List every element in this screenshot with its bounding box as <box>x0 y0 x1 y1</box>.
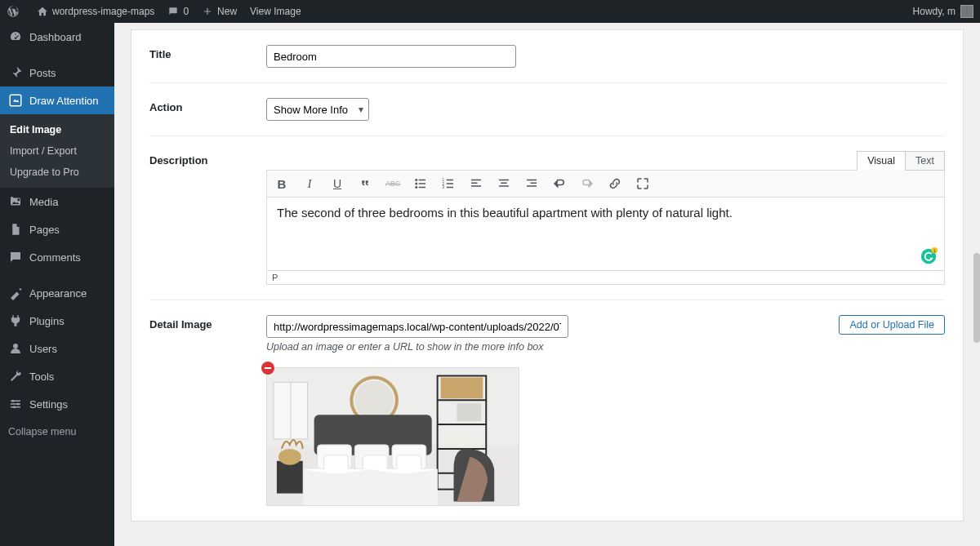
link-button[interactable] <box>605 174 625 193</box>
detail-image-url-input[interactable] <box>266 315 568 338</box>
view-image-link[interactable]: View Image <box>243 0 307 23</box>
svg-point-1 <box>17 198 20 201</box>
svg-rect-26 <box>501 183 507 184</box>
bold-button[interactable]: B <box>272 174 292 193</box>
redo-button[interactable] <box>577 174 597 193</box>
content-area: Title Action Show More Info Description … <box>114 23 980 546</box>
submenu-edit-image[interactable]: Edit Image <box>0 119 114 140</box>
menu-appearance-label: Appearance <box>29 287 87 300</box>
svg-point-40 <box>354 380 394 419</box>
editor-content: The second of three bedrooms in this bea… <box>277 206 733 220</box>
detail-image-hint: Upload an image or enter a URL to show i… <box>266 341 945 353</box>
new-link[interactable]: New <box>195 0 243 23</box>
svg-rect-46 <box>441 377 483 398</box>
menu-comments-label: Comments <box>29 251 81 264</box>
draw-attention-icon <box>8 93 23 108</box>
action-select[interactable]: Show More Info <box>266 98 369 121</box>
svg-point-10 <box>415 179 417 181</box>
plugins-icon <box>8 313 23 328</box>
menu-tools[interactable]: Tools <box>0 362 114 390</box>
align-left-button[interactable] <box>466 174 486 193</box>
comment-icon <box>167 6 179 17</box>
grammarly-icon[interactable]: 1 <box>920 247 938 265</box>
submenu-draw-attention: Edit Image Import / Export Upgrade to Pr… <box>0 114 114 188</box>
avatar-icon <box>960 5 973 18</box>
view-image-label: View Image <box>250 6 301 17</box>
detail-image-preview-wrap <box>266 367 519 506</box>
title-input[interactable] <box>266 45 516 68</box>
comments-icon <box>8 250 23 264</box>
menu-comments[interactable]: Comments <box>0 243 114 271</box>
menu-pages-label: Pages <box>29 224 60 236</box>
menu-plugins-label: Plugins <box>29 315 65 327</box>
site-name-text: wordpress-image-maps <box>52 6 154 17</box>
menu-appearance[interactable]: Appearance <box>0 279 114 307</box>
fullscreen-button[interactable] <box>633 174 653 193</box>
underline-button[interactable]: U <box>327 174 347 193</box>
svg-rect-24 <box>471 185 481 187</box>
editor-status-bar: P <box>266 271 945 285</box>
align-center-button[interactable] <box>494 174 514 193</box>
submenu-upgrade[interactable]: Upgrade to Pro <box>0 162 114 183</box>
remove-image-button[interactable] <box>261 362 274 375</box>
pages-icon <box>8 222 23 237</box>
field-action: Action Show More Info <box>149 83 945 136</box>
appearance-icon <box>8 286 23 300</box>
field-description: Description Visual Text B I U ABC 123 <box>149 136 945 300</box>
svg-rect-28 <box>527 180 537 181</box>
site-name-link[interactable]: wordpress-image-maps <box>30 0 161 23</box>
menu-draw-attention[interactable]: Draw Attention <box>0 87 114 114</box>
numbered-list-button[interactable]: 123 <box>439 174 458 193</box>
title-label: Title <box>149 45 266 68</box>
comments-count: 0 <box>183 6 189 17</box>
tools-icon <box>8 369 23 384</box>
menu-posts[interactable]: Posts <box>0 59 114 87</box>
svg-rect-17 <box>447 180 453 181</box>
admin-bar-left: wordpress-image-maps 0 New View Image <box>0 0 308 23</box>
svg-rect-21 <box>447 187 453 189</box>
detail-image-label: Detail Image <box>149 315 266 506</box>
wp-logo[interactable] <box>0 0 30 23</box>
undo-button[interactable] <box>550 174 569 193</box>
menu-media[interactable]: Media <box>0 188 114 215</box>
svg-rect-13 <box>419 183 425 184</box>
menu-dashboard[interactable]: Dashboard <box>0 23 114 51</box>
svg-rect-47 <box>457 403 481 421</box>
svg-rect-27 <box>499 185 509 187</box>
svg-point-8 <box>13 406 16 408</box>
description-label: Description <box>149 151 266 285</box>
strikethrough-button[interactable]: ABC <box>383 174 403 193</box>
home-icon <box>37 6 48 17</box>
editor-body[interactable]: The second of three bedrooms in this bea… <box>266 198 945 271</box>
comments-link[interactable]: 0 <box>161 0 195 23</box>
detail-image-preview[interactable] <box>266 367 519 506</box>
scrollbar-thumb[interactable] <box>973 253 980 343</box>
submenu-import-export[interactable]: Import / Export <box>0 140 114 162</box>
collapse-label: Collapse menu <box>8 426 76 437</box>
svg-text:3: 3 <box>443 185 445 189</box>
collapse-menu[interactable]: Collapse menu <box>0 418 114 446</box>
menu-settings[interactable]: Settings <box>0 390 114 418</box>
editor-tab-visual[interactable]: Visual <box>857 151 906 171</box>
add-upload-button[interactable]: Add or Upload File <box>839 315 945 335</box>
italic-button[interactable]: I <box>300 174 319 193</box>
admin-sidebar: Dashboard Posts Draw Attention Edit Imag… <box>0 23 114 546</box>
menu-plugins[interactable]: Plugins <box>0 307 114 335</box>
users-icon <box>8 341 23 356</box>
align-right-button[interactable] <box>522 174 541 193</box>
editor-path: P <box>272 273 278 282</box>
account-link[interactable]: Howdy, m <box>906 0 980 23</box>
new-label: New <box>217 6 237 17</box>
svg-point-58 <box>278 449 301 465</box>
menu-pages[interactable]: Pages <box>0 215 114 243</box>
blockquote-button[interactable] <box>355 174 375 193</box>
pin-icon <box>8 65 23 80</box>
svg-point-12 <box>415 183 417 185</box>
bullet-list-button[interactable] <box>411 174 430 193</box>
settings-icon <box>8 397 23 411</box>
editor-tab-text[interactable]: Text <box>905 151 945 171</box>
svg-rect-30 <box>527 185 537 187</box>
menu-users[interactable]: Users <box>0 335 114 362</box>
svg-rect-48 <box>443 436 482 447</box>
menu-tools-label: Tools <box>29 371 54 383</box>
